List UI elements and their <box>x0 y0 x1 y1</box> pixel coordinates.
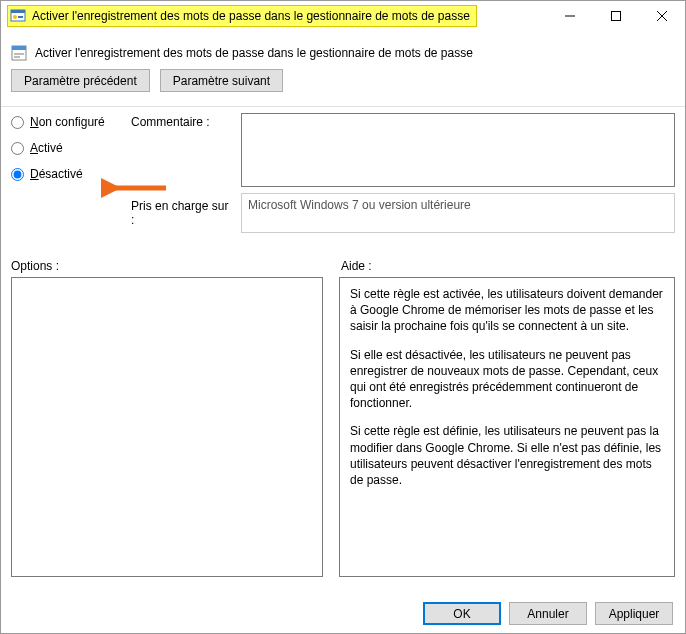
help-paragraph: Si cette règle est définie, les utilisat… <box>350 423 664 488</box>
policy-title: Activer l'enregistrement des mots de pas… <box>35 46 473 60</box>
help-pane[interactable]: Si cette règle est activée, les utilisat… <box>339 277 675 577</box>
cancel-button[interactable]: Annuler <box>509 602 587 625</box>
svg-rect-5 <box>612 12 621 21</box>
radio-disabled[interactable]: Désactivé <box>11 167 121 181</box>
help-paragraph: Si cette règle est activée, les utilisat… <box>350 286 664 335</box>
window-title: Activer l'enregistrement des mots de pas… <box>32 9 470 23</box>
policy-header: Activer l'enregistrement des mots de pas… <box>11 37 675 69</box>
window-controls <box>547 1 685 31</box>
svg-rect-9 <box>12 46 26 50</box>
options-label: Options : <box>11 259 341 273</box>
radio-not-configured[interactable]: Non configuré <box>11 115 121 129</box>
comment-label: Commentaire : <box>131 115 231 199</box>
policy-icon <box>11 45 27 61</box>
help-paragraph: Si elle est désactivée, les utilisateurs… <box>350 347 664 412</box>
divider <box>1 106 685 107</box>
radio-enabled-label: Activé <box>30 141 63 155</box>
svg-rect-1 <box>11 10 25 13</box>
radio-disabled-input[interactable] <box>11 168 24 181</box>
previous-setting-button[interactable]: Paramètre précédent <box>11 69 150 92</box>
radio-not-configured-input[interactable] <box>11 116 24 129</box>
svg-rect-10 <box>14 53 24 55</box>
help-label: Aide : <box>341 259 372 273</box>
svg-rect-11 <box>14 56 20 58</box>
minimize-button[interactable] <box>547 1 593 31</box>
titlebar: Activer l'enregistrement des mots de pas… <box>1 1 685 31</box>
footer-buttons: OK Annuler Appliquer <box>423 602 673 625</box>
radio-disabled-label: Désactivé <box>30 167 83 181</box>
options-pane[interactable] <box>11 277 323 577</box>
supported-on-box: Microsoft Windows 7 ou version ultérieur… <box>241 193 675 233</box>
close-button[interactable] <box>639 1 685 31</box>
maximize-button[interactable] <box>593 1 639 31</box>
next-setting-button[interactable]: Paramètre suivant <box>160 69 283 92</box>
policy-window-icon <box>10 8 26 24</box>
svg-point-2 <box>13 15 17 19</box>
title-highlight: Activer l'enregistrement des mots de pas… <box>7 5 477 27</box>
comment-textarea[interactable] <box>241 113 675 187</box>
supported-on-label: Pris en charge sur : <box>131 199 231 227</box>
ok-button[interactable]: OK <box>423 602 501 625</box>
svg-rect-3 <box>18 16 23 18</box>
apply-button[interactable]: Appliquer <box>595 602 673 625</box>
radio-enabled-input[interactable] <box>11 142 24 155</box>
radio-enabled[interactable]: Activé <box>11 141 121 155</box>
radio-not-configured-label: Non configuré <box>30 115 105 129</box>
